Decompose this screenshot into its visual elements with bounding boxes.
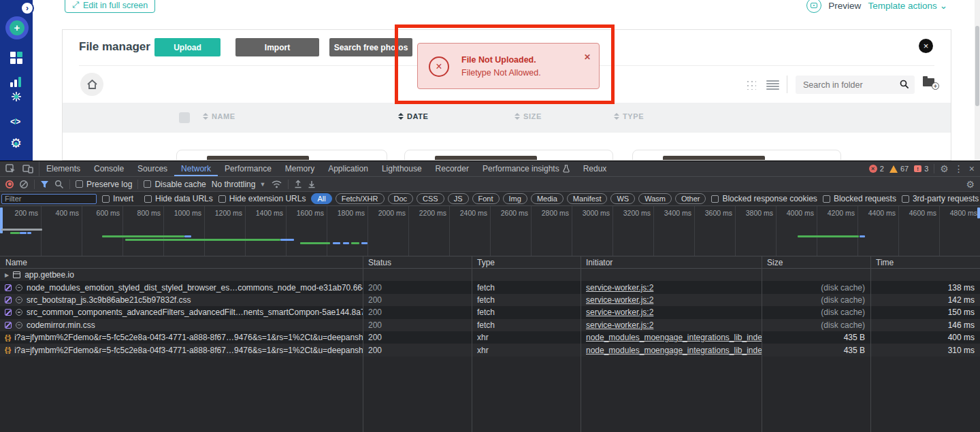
network-filter-input[interactable] xyxy=(1,194,97,204)
net-column-type[interactable]: Type xyxy=(472,258,581,267)
blocked-requests-checkbox[interactable] xyxy=(823,195,830,203)
net-column-time[interactable]: Time xyxy=(870,258,980,267)
search-free-photos-button[interactable]: Search free photos xyxy=(329,38,412,56)
devtools-close-icon[interactable]: × xyxy=(969,164,975,173)
import-har-icon[interactable] xyxy=(294,180,302,188)
network-request-row[interactable]: {:}i?a=jfymbm%2Fdemo&r=5-fc5c2e8a-04f3-4… xyxy=(0,331,980,344)
new-folder-button[interactable]: + xyxy=(923,76,939,88)
filter-pill-css[interactable]: CSS xyxy=(416,193,444,204)
tab-performance-insights[interactable]: Performance insights xyxy=(476,161,576,176)
filter-pill-js[interactable]: JS xyxy=(448,193,469,204)
throttling-dropdown[interactable]: No throttling ▼ xyxy=(212,180,266,189)
tab-network[interactable]: Network xyxy=(174,161,218,176)
filter-pill-doc[interactable]: Doc xyxy=(388,193,414,204)
import-button[interactable]: Import xyxy=(235,38,319,56)
filter-pill-wasm[interactable]: Wasm xyxy=(638,193,672,204)
devtools-settings-gear-icon[interactable]: ⚙ xyxy=(940,164,949,173)
network-request-row[interactable]: src_bootstrap_js.3c9b86abe21c5b97832f.cs… xyxy=(0,294,980,306)
issues-count[interactable]: ! 3 xyxy=(914,165,928,173)
preview-eye-icon[interactable] xyxy=(806,0,821,13)
tab-elements[interactable]: Elements xyxy=(39,161,87,176)
sort-column-name[interactable]: NAME xyxy=(203,112,235,120)
scrollbar-thumb[interactable] xyxy=(975,26,979,106)
tab-memory[interactable]: Memory xyxy=(278,161,321,176)
clear-network-log-icon[interactable] xyxy=(19,180,29,189)
file-card[interactable] xyxy=(404,150,613,161)
add-button[interactable]: + xyxy=(5,16,29,39)
disable-cache-toggle[interactable]: Disable cache xyxy=(144,180,206,189)
device-toolbar-icon[interactable] xyxy=(22,165,33,173)
page-scrollbar[interactable] xyxy=(975,0,980,161)
network-request-row[interactable]: {:}i?a=jfymbm%2Fdemo&r=5-fc5c2e8a-04f3-4… xyxy=(0,344,980,356)
list-view-icon[interactable] xyxy=(766,80,779,91)
network-request-row[interactable]: src_common_components_advancedFilters_ad… xyxy=(0,306,980,318)
search-in-folder-input[interactable] xyxy=(802,76,894,94)
tab-redux[interactable]: Redux xyxy=(576,161,614,176)
filter-funnel-icon[interactable] xyxy=(40,180,49,188)
tab-sources[interactable]: Sources xyxy=(131,161,174,176)
filter-pill-manifest[interactable]: Manifest xyxy=(567,193,608,204)
search-network-icon[interactable] xyxy=(54,180,64,189)
filter-pill-img[interactable]: Img xyxy=(503,193,527,204)
tab-performance[interactable]: Performance xyxy=(218,161,278,176)
invert-checkbox[interactable] xyxy=(102,195,110,203)
inspect-element-icon[interactable] xyxy=(5,164,16,173)
net-column-name[interactable]: Name xyxy=(0,258,363,267)
sort-column-date[interactable]: DATE xyxy=(398,112,429,120)
blocked-response-cookies-checkbox[interactable] xyxy=(711,195,719,203)
modules-grid-icon[interactable] xyxy=(10,52,22,64)
select-all-checkbox[interactable] xyxy=(179,112,190,123)
filter-pill-all[interactable]: All xyxy=(311,193,331,204)
toast-close-icon[interactable]: ✕ xyxy=(584,52,591,62)
sidebar-collapse-chevron[interactable]: › xyxy=(20,1,34,15)
column-divider[interactable] xyxy=(762,256,762,432)
bar-chart-icon[interactable] xyxy=(10,76,22,87)
column-divider[interactable] xyxy=(363,256,363,432)
net-column-initiator[interactable]: Initiator xyxy=(581,258,762,267)
initiator-link[interactable]: service-worker.js:2 xyxy=(586,283,762,293)
network-overview-timeline[interactable]: 200 ms400 ms600 ms800 ms1000 ms1200 ms14… xyxy=(0,206,980,256)
network-settings-gear-icon[interactable]: ⚙ xyxy=(966,180,975,189)
export-har-icon[interactable] xyxy=(308,180,316,188)
settings-gear-icon[interactable]: ⚙ xyxy=(10,137,22,150)
filter-pill-media[interactable]: Media xyxy=(531,193,564,204)
initiator-link[interactable]: service-worker.js:2 xyxy=(586,295,762,305)
preserve-log-checkbox[interactable] xyxy=(76,180,83,188)
template-actions-menu[interactable]: Template actions ⌄ xyxy=(868,0,947,11)
initiator-link[interactable]: node_modules_moengage_integrations_lib_i… xyxy=(586,346,762,355)
hide-data-urls-toggle[interactable]: Hide data URLs xyxy=(144,194,213,203)
file-card[interactable] xyxy=(176,150,387,161)
filter-pill-fetch-xhr[interactable]: Fetch/XHR xyxy=(336,193,385,204)
tab-application[interactable]: Application xyxy=(321,161,375,176)
invert-toggle[interactable]: Invert xyxy=(102,194,133,203)
filter-pill-font[interactable]: Font xyxy=(472,193,500,204)
sort-column-size[interactable]: SIZE xyxy=(514,112,542,120)
column-divider[interactable] xyxy=(472,256,472,432)
sort-column-type[interactable]: TYPE xyxy=(614,112,644,120)
hide-data-urls-checkbox[interactable] xyxy=(144,195,152,203)
network-request-row[interactable]: node_modules_emotion_styled_dist_styled_… xyxy=(0,281,980,293)
blocked-response-cookies-toggle[interactable]: Blocked response cookies xyxy=(711,194,817,203)
expand-caret-icon[interactable]: ▶ xyxy=(5,272,9,278)
column-divider[interactable] xyxy=(870,256,871,432)
hide-extension-urls-toggle[interactable]: Hide extension URLs xyxy=(218,194,306,203)
initiator-link[interactable]: node_modules_moengage_integrations_lib_i… xyxy=(586,333,762,342)
search-icon[interactable] xyxy=(900,80,909,89)
tab-lighthouse[interactable]: Lighthouse xyxy=(375,161,429,176)
column-divider[interactable] xyxy=(581,256,581,432)
code-icon[interactable]: </> xyxy=(10,117,22,129)
console-errors-count[interactable]: × 2 xyxy=(869,165,884,173)
network-request-row[interactable]: ▶app.getbee.io xyxy=(0,269,980,281)
preserve-log-toggle[interactable]: Preserve log xyxy=(76,180,132,189)
blocked-requests-toggle[interactable]: Blocked requests xyxy=(823,194,896,203)
record-network-log-button[interactable] xyxy=(5,180,14,188)
third-party-requests-checkbox[interactable] xyxy=(902,195,909,203)
initiator-link[interactable]: service-worker.js:2 xyxy=(586,320,762,330)
grid-view-icon[interactable] xyxy=(746,80,756,90)
console-warnings-count[interactable]: 67 xyxy=(889,165,909,173)
initiator-link[interactable]: service-worker.js:2 xyxy=(586,308,762,317)
upload-button[interactable]: Upload xyxy=(154,38,220,56)
file-manager-close-button[interactable]: × xyxy=(919,39,933,53)
edit-in-full-screen-button[interactable]: ⤢ Edit in full screen xyxy=(65,0,155,13)
kebab-menu-icon[interactable]: ⋮ xyxy=(954,164,964,173)
